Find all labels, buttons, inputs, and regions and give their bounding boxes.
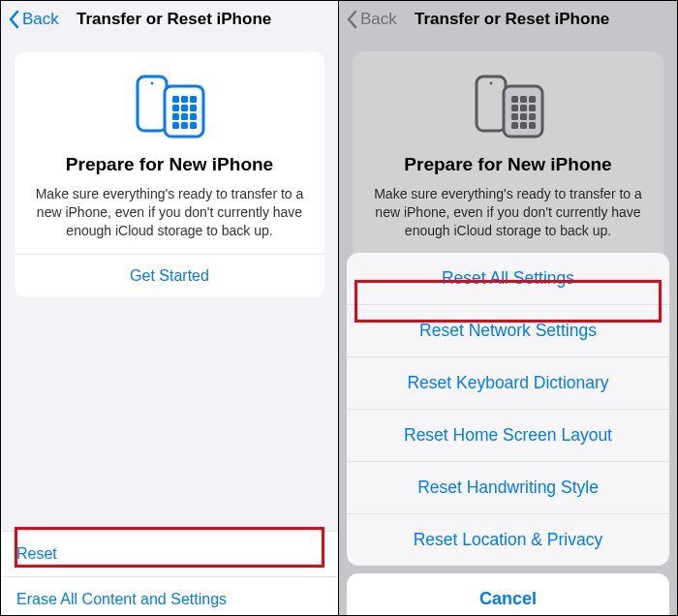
svg-rect-15	[477, 77, 506, 131]
svg-rect-11	[190, 113, 197, 120]
back-button[interactable]: Back	[9, 10, 75, 29]
svg-rect-7	[181, 105, 188, 111]
chevron-left-icon	[347, 10, 358, 29]
cancel-button[interactable]: Cancel	[347, 573, 669, 615]
svg-rect-6	[172, 105, 179, 111]
devices-transfer-icon	[28, 73, 311, 140]
svg-point-16	[489, 82, 492, 85]
svg-rect-22	[520, 105, 527, 111]
sheet-item-reset-keyboard[interactable]: Reset Keyboard Dictionary	[347, 357, 669, 410]
svg-rect-26	[529, 113, 536, 120]
page-title: Transfer or Reset iPhone	[77, 10, 330, 29]
prepare-description: Make sure everything's ready to transfer…	[368, 185, 648, 240]
svg-rect-24	[511, 113, 518, 120]
sheet-item-reset-network[interactable]: Reset Network Settings	[347, 305, 669, 357]
svg-rect-20	[529, 96, 536, 103]
prepare-heading: Prepare for New iPhone	[366, 154, 650, 175]
svg-rect-27	[511, 122, 518, 129]
svg-rect-28	[520, 122, 527, 129]
prepare-description: Make sure everything's ready to transfer…	[30, 185, 309, 240]
prepare-heading: Prepare for New iPhone	[28, 154, 311, 175]
erase-row[interactable]: Erase All Content and Settings	[1, 577, 338, 615]
svg-rect-29	[529, 122, 536, 129]
sheet-item-reset-home[interactable]: Reset Home Screen Layout	[347, 410, 669, 462]
sheet-item-reset-handwriting[interactable]: Reset Handwriting Style	[347, 462, 669, 514]
settings-screen-before: Back Transfer or Reset iPhone Prepare fo…	[1, 1, 339, 615]
svg-rect-0	[138, 77, 167, 131]
svg-rect-3	[172, 96, 179, 103]
svg-rect-23	[529, 105, 536, 111]
svg-rect-9	[172, 113, 179, 120]
prepare-card: Prepare for New iPhone Make sure everyth…	[15, 51, 324, 297]
action-sheet: Reset All Settings Reset Network Setting…	[347, 253, 669, 615]
reset-row[interactable]: Reset	[1, 531, 338, 577]
svg-rect-12	[172, 122, 179, 129]
sheet-item-reset-all[interactable]: Reset All Settings	[347, 253, 669, 305]
svg-point-1	[151, 82, 154, 85]
svg-rect-4	[181, 96, 188, 103]
svg-rect-19	[520, 96, 527, 103]
svg-rect-14	[190, 122, 197, 129]
nav-bar: Back Transfer or Reset iPhone	[339, 1, 677, 38]
devices-transfer-icon	[366, 73, 650, 140]
back-label: Back	[22, 10, 59, 29]
svg-rect-5	[190, 96, 197, 103]
get-started-button[interactable]: Get Started	[28, 255, 311, 297]
settings-screen-sheet: Back Transfer or Reset iPhone Prepare fo…	[339, 1, 677, 615]
svg-rect-21	[511, 105, 518, 111]
page-title: Transfer or Reset iPhone	[415, 10, 669, 29]
chevron-left-icon	[9, 10, 20, 29]
svg-rect-25	[520, 113, 527, 120]
nav-bar: Back Transfer or Reset iPhone	[1, 1, 338, 38]
back-button[interactable]: Back	[347, 10, 413, 29]
svg-rect-8	[190, 105, 197, 111]
svg-rect-10	[181, 113, 188, 120]
svg-rect-18	[511, 96, 518, 103]
action-sheet-group: Reset All Settings Reset Network Setting…	[347, 253, 669, 566]
options-list: Reset Erase All Content and Settings	[1, 531, 338, 615]
sheet-item-reset-location[interactable]: Reset Location & Privacy	[347, 514, 669, 566]
back-label: Back	[360, 10, 397, 29]
svg-rect-13	[181, 122, 188, 129]
